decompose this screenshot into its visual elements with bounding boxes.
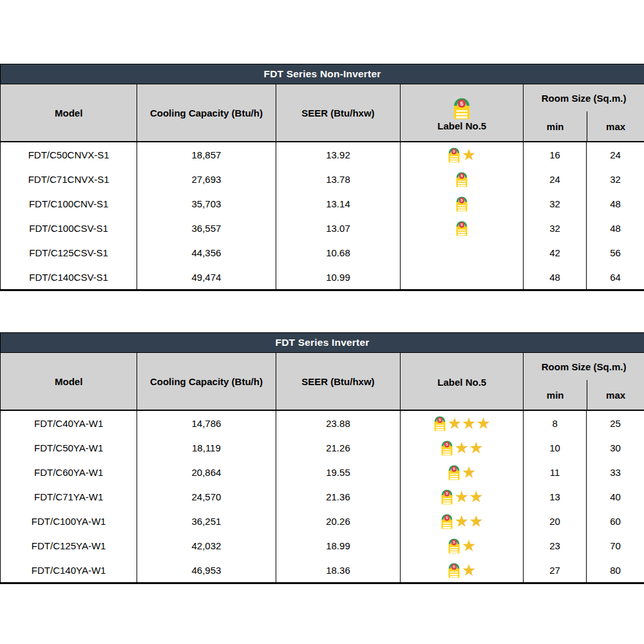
table-row: FDT/C100CSV-S1 36,557 13.07 5 32 48 (1, 216, 644, 240)
energy-label-no5-icon: 5 (448, 562, 460, 578)
table-row: FDT/C100CNV-S1 35,703 13.14 5 32 48 (1, 191, 644, 216)
header-seer: SEER (Btu/hxw) (276, 84, 401, 141)
energy-label-no5-icon: 5 (440, 513, 453, 529)
svg-text:5: 5 (461, 198, 464, 202)
header-room-min: min (524, 380, 587, 410)
svg-text:5: 5 (453, 149, 455, 153)
label-no5-cell: 5 ★★ (401, 509, 524, 533)
label-no5-cell: 5 ★ (401, 533, 524, 558)
seer-cell: 20.26 (276, 509, 401, 533)
header-room-size: Room Size (Sq.m.) (524, 84, 644, 111)
seer-cell: 21.36 (276, 484, 401, 509)
star-icons: ★★ (455, 513, 484, 529)
model-cell: FDT/C100CSV-S1 (1, 216, 137, 240)
cooling-capacity-cell: 27,693 (137, 167, 276, 191)
room-max-cell: 25 (587, 411, 644, 435)
energy-label-no5-icon: 5 (433, 415, 446, 431)
room-min-cell: 11 (524, 460, 587, 484)
label-no5-cell (401, 240, 524, 265)
room-min-cell: 42 (524, 240, 587, 265)
energy-label-no5-header-icon-slot: 5 (453, 96, 471, 120)
table-header-row: Model Cooling Capacity (Btu/h) SEER (Btu… (1, 353, 644, 411)
model-cell: FDT/C100CNV-S1 (1, 191, 137, 216)
table-row: FDT/C125CSV-S1 44,356 10.68 42 56 (1, 240, 644, 265)
room-min-cell: 16 (524, 142, 587, 167)
room-max-cell: 40 (587, 484, 644, 509)
energy-label-no5-icon: 5 (455, 220, 468, 236)
cooling-capacity-cell: 20,864 (137, 460, 276, 484)
cooling-capacity-cell: 49,474 (137, 265, 276, 289)
star-icons: ★ (462, 147, 476, 163)
cooling-capacity-cell: 42,032 (137, 533, 276, 558)
svg-text:5: 5 (461, 222, 464, 227)
label-no5-cell: 5 ★ (401, 142, 524, 167)
seer-cell: 18.99 (276, 533, 401, 558)
svg-text:5: 5 (446, 491, 448, 495)
svg-text:5: 5 (446, 442, 448, 446)
svg-text:5: 5 (460, 100, 464, 106)
cooling-capacity-cell: 14,786 (137, 411, 276, 435)
energy-label-no5-icon: 5 (448, 464, 460, 480)
room-max-cell: 30 (587, 435, 644, 460)
room-max-cell: 56 (587, 240, 644, 265)
room-max-cell: 48 (587, 191, 644, 216)
inverter-table: FDT Series Inverter Model Cooling Capaci… (0, 332, 644, 584)
model-cell: FDT/C100YA-W1 (1, 509, 137, 533)
room-min-cell: 27 (524, 558, 587, 582)
seer-cell: 18.36 (276, 558, 401, 582)
svg-text:5: 5 (446, 515, 448, 520)
table-body: FDT/C40YA-W1 14,786 23.88 5 ★★★ 8 25 FDT… (1, 411, 644, 582)
table-row: FDT/C71YA-W1 24,570 21.36 5 ★★ 13 40 (1, 484, 644, 509)
seer-cell: 21.26 (276, 435, 401, 460)
star-icons: ★ (462, 562, 476, 578)
energy-label-no5-icon: 5 (440, 488, 453, 505)
model-cell: FDT/C125YA-W1 (1, 533, 137, 558)
table-row: FDT/C60YA-W1 20,864 19.55 5 ★ 11 33 (1, 460, 644, 484)
header-label-no5-text: Label No.5 (437, 377, 486, 388)
header-room-min: min (524, 111, 587, 141)
room-min-cell: 32 (524, 191, 587, 216)
header-seer: SEER (Btu/hxw) (276, 353, 401, 410)
label-no5-cell: 5 ★★ (401, 435, 524, 460)
seer-cell: 13.92 (276, 142, 401, 167)
label-no5-cell: 5 ★ (401, 558, 524, 582)
cooling-capacity-cell: 36,251 (137, 509, 276, 533)
table-row: FDT/C40YA-W1 14,786 23.88 5 ★★★ 8 25 (1, 411, 644, 435)
room-min-cell: 24 (524, 167, 587, 191)
header-label-no5-text: Label No.5 (437, 120, 486, 131)
table-title: FDT Series Inverter (1, 333, 644, 353)
room-min-cell: 23 (524, 533, 587, 558)
label-no5-cell (401, 265, 524, 289)
energy-label-no5-icon: 5 (448, 537, 460, 554)
table-row: FDT/C125YA-W1 42,032 18.99 5 ★ 23 70 (1, 533, 644, 558)
table-row: FDT/C71CNVX-S1 27,693 13.78 5 24 32 (1, 167, 644, 191)
header-label-no5: Label No.5 (401, 353, 524, 410)
header-room-max: max (587, 380, 644, 410)
cooling-capacity-cell: 18,857 (137, 142, 276, 167)
header-cooling: Cooling Capacity (Btu/h) (137, 84, 276, 141)
model-cell: FDT/C71CNVX-S1 (1, 167, 137, 191)
room-max-cell: 64 (587, 265, 644, 289)
room-max-cell: 70 (587, 533, 644, 558)
cooling-capacity-cell: 44,356 (137, 240, 276, 265)
label-no5-cell: 5 (401, 216, 524, 240)
room-max-cell: 60 (587, 509, 644, 533)
svg-text:5: 5 (461, 173, 464, 178)
table-row: FDT/C50YA-W1 18,119 21.26 5 ★★ 10 30 (1, 435, 644, 460)
svg-text:5: 5 (439, 417, 441, 422)
room-min-cell: 13 (524, 484, 587, 509)
label-no5-cell: 5 ★ (401, 460, 524, 484)
cooling-capacity-cell: 36,557 (137, 216, 276, 240)
model-cell: FDT/C40YA-W1 (1, 411, 137, 435)
seer-cell: 13.78 (276, 167, 401, 191)
seer-cell: 13.07 (276, 216, 401, 240)
header-room-subrow: min max (524, 380, 644, 410)
cooling-capacity-cell: 24,570 (137, 484, 276, 509)
table-header-row: Model Cooling Capacity (Btu/h) SEER (Btu… (1, 84, 644, 142)
svg-text:5: 5 (453, 540, 455, 544)
model-cell: FDT/C125CSV-S1 (1, 240, 137, 265)
cooling-capacity-cell: 35,703 (137, 191, 276, 216)
svg-text:5: 5 (453, 466, 455, 471)
header-label-no5: 5 Label No.5 (401, 84, 524, 141)
seer-cell: 13.14 (276, 191, 401, 216)
